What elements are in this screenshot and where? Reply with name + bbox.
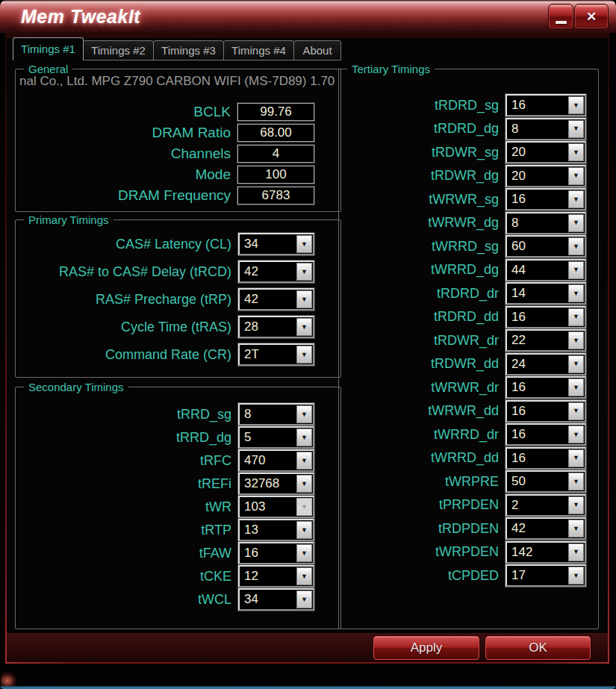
timing-dropdown[interactable]: 34 ▼ — [238, 588, 314, 611]
chevron-down-icon: ▼ — [301, 573, 308, 580]
dropdown-arrow-button[interactable]: ▼ — [296, 590, 312, 608]
timing-label: tWRRD_sg — [339, 239, 505, 255]
timing-dropdown[interactable]: 14 ▼ — [505, 282, 586, 305]
timing-dropdown[interactable]: 16 ▼ — [238, 542, 314, 564]
timing-dropdown[interactable]: 2T ▼ — [238, 343, 314, 366]
dropdown-arrow-button[interactable]: ▼ — [568, 425, 584, 443]
dropdown-arrow-button[interactable]: ▼ — [568, 355, 584, 373]
general-row: BCLK 99.76 — [16, 103, 340, 121]
dropdown-arrow-button[interactable]: ▼ — [568, 120, 584, 138]
timing-dropdown[interactable]: 16 ▼ — [505, 400, 586, 423]
dropdown-arrow-button[interactable]: ▼ — [296, 290, 312, 308]
timing-dropdown[interactable]: 22 ▼ — [505, 329, 586, 352]
timing-dropdown[interactable]: 8 ▼ — [238, 403, 314, 425]
dropdown-arrow-button[interactable]: ▼ — [296, 498, 312, 516]
dropdown-arrow-button[interactable]: ▼ — [296, 567, 312, 585]
tab[interactable]: Timings #1 — [13, 37, 84, 60]
timing-dropdown[interactable]: 2 ▼ — [505, 494, 586, 517]
tab[interactable]: Timings #4 — [223, 40, 294, 60]
chevron-down-icon: ▼ — [573, 431, 579, 438]
timing-dropdown[interactable]: 42 ▼ — [238, 261, 314, 283]
timing-dropdown[interactable]: 13 ▼ — [238, 519, 314, 541]
dropdown-arrow-button[interactable]: ▼ — [296, 452, 312, 470]
timing-dropdown[interactable]: 16 ▼ — [505, 306, 586, 328]
dropdown-value: 20 — [511, 145, 526, 160]
timing-dropdown[interactable]: 16 ▼ — [505, 94, 586, 116]
dropdown-arrow-button[interactable]: ▼ — [568, 567, 584, 584]
dropdown-arrow-button[interactable]: ▼ — [296, 346, 312, 364]
dropdown-arrow-button[interactable]: ▼ — [568, 143, 584, 161]
dropdown-arrow-button[interactable]: ▼ — [568, 520, 584, 537]
dropdown-arrow-button[interactable]: ▼ — [296, 318, 312, 336]
dropdown-arrow-button[interactable]: ▼ — [568, 543, 584, 561]
timing-dropdown[interactable]: 142 ▼ — [505, 541, 586, 564]
timing-dropdown[interactable]: 470 ▼ — [238, 449, 314, 472]
dropdown-arrow-button[interactable]: ▼ — [568, 261, 584, 279]
dropdown-arrow-button[interactable]: ▼ — [568, 449, 584, 467]
dropdown-arrow-button[interactable]: ▼ — [568, 190, 584, 208]
timing-dropdown[interactable]: 8 ▼ — [505, 212, 586, 234]
dropdown-arrow-button[interactable]: ▼ — [568, 284, 584, 302]
timing-dropdown[interactable]: 20 ▼ — [505, 165, 586, 187]
minimize-button[interactable] — [548, 4, 573, 29]
dropdown-arrow-button[interactable]: ▼ — [296, 475, 312, 493]
dropdown-arrow-button[interactable]: ▼ — [568, 378, 584, 396]
titlebar[interactable]: Mem TweakIt ✕ — [0, 0, 616, 33]
tab[interactable]: About — [293, 40, 341, 60]
timing-dropdown[interactable]: 8 ▼ — [505, 118, 586, 140]
timing-dropdown[interactable]: 16 ▼ — [505, 447, 586, 470]
primary-timings-group: Primary Timings CAS# Latency (CL) 34 ▼ — [15, 219, 341, 378]
dropdown-arrow-button[interactable]: ▼ — [296, 263, 312, 281]
timing-dropdown[interactable]: 50 ▼ — [505, 470, 586, 493]
dropdown-arrow-button[interactable]: ▼ — [296, 405, 312, 423]
timing-dropdown[interactable]: 5 ▼ — [238, 426, 314, 449]
timing-label: tWCL — [16, 592, 238, 608]
tab[interactable]: Timings #2 — [83, 40, 154, 60]
tab[interactable]: Timings #3 — [153, 40, 224, 60]
timing-dropdown[interactable]: 32768 ▼ — [238, 473, 314, 495]
timing-dropdown[interactable]: 42 ▼ — [505, 517, 586, 540]
timing-dropdown[interactable]: 28 ▼ — [238, 316, 314, 338]
dropdown-value: 16 — [511, 380, 526, 395]
timing-dropdown[interactable]: 60 ▼ — [505, 235, 586, 258]
timing-row: RAS# to CAS# Delay (tRCD) 42 ▼ — [16, 261, 340, 283]
timing-label: Cycle Time (tRAS) — [16, 319, 238, 335]
timing-label: tRRD_dg — [16, 430, 238, 446]
ok-button[interactable]: OK — [485, 636, 591, 660]
dropdown-arrow-button[interactable]: ▼ — [568, 96, 584, 114]
timing-dropdown[interactable]: 44 ▼ — [505, 259, 586, 281]
dropdown-value: 8 — [511, 216, 518, 231]
chevron-down-icon: ▼ — [301, 324, 308, 331]
timing-row: tCKE 12 ▼ — [16, 565, 340, 587]
timing-label: tWRWR_dr — [339, 380, 505, 396]
dropdown-arrow-button[interactable]: ▼ — [568, 473, 584, 490]
dropdown-arrow-button[interactable]: ▼ — [568, 496, 584, 514]
dropdown-arrow-button[interactable]: ▼ — [568, 237, 584, 255]
dropdown-arrow-button[interactable]: ▼ — [568, 331, 584, 349]
timing-dropdown[interactable]: 16 ▼ — [505, 188, 586, 211]
dropdown-arrow-button[interactable]: ▼ — [296, 544, 312, 562]
close-button[interactable]: ✕ — [574, 4, 609, 29]
timing-row: tRTP 13 ▼ — [16, 519, 340, 541]
dropdown-arrow-button[interactable]: ▼ — [568, 167, 584, 185]
timing-dropdown[interactable]: 34 ▼ — [238, 233, 314, 255]
field-value-box: 68.00 — [237, 124, 314, 142]
dropdown-arrow-button[interactable]: ▼ — [568, 214, 584, 232]
apply-button[interactable]: Apply — [373, 636, 479, 660]
dropdown-arrow-button[interactable]: ▼ — [568, 308, 584, 326]
timing-dropdown[interactable]: 103 ▼ — [238, 496, 314, 518]
timing-dropdown[interactable]: 16 ▼ — [505, 376, 586, 399]
timing-row: tWRRD_dr 16 ▼ — [339, 423, 598, 446]
dropdown-arrow-button[interactable]: ▼ — [296, 428, 312, 446]
tab-page: Timings #1 Timings #2 Timings #3 Timings… — [7, 33, 608, 633]
timing-dropdown[interactable]: 16 ▼ — [505, 423, 586, 446]
timing-dropdown[interactable]: 12 ▼ — [238, 565, 314, 587]
timing-dropdown[interactable]: 20 ▼ — [505, 141, 586, 163]
timing-dropdown[interactable]: 24 ▼ — [505, 353, 586, 375]
timing-dropdown[interactable]: 42 ▼ — [238, 288, 314, 311]
dropdown-arrow-button[interactable]: ▼ — [296, 521, 312, 539]
timing-dropdown[interactable]: 17 ▼ — [505, 564, 586, 587]
dropdown-arrow-button[interactable]: ▼ — [296, 235, 312, 253]
dropdown-arrow-button[interactable]: ▼ — [568, 402, 584, 420]
timing-label: tRDWR_dr — [339, 333, 505, 349]
